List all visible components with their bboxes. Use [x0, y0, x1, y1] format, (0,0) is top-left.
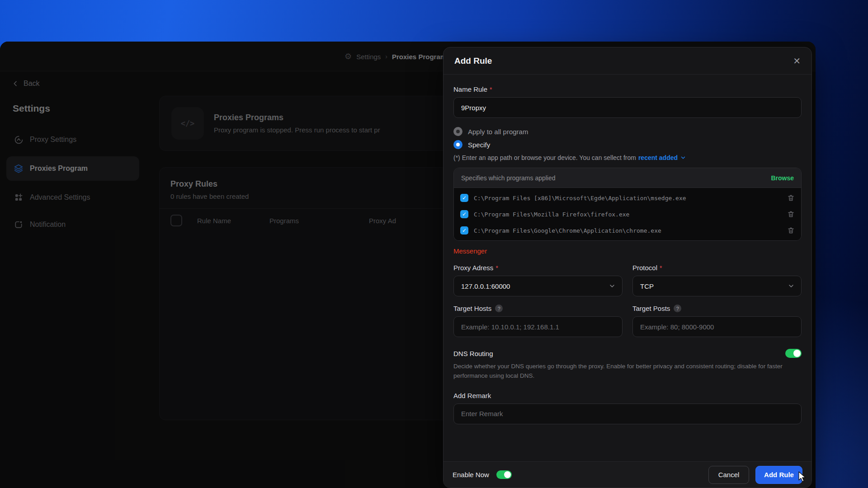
required-asterisk: *	[660, 264, 662, 272]
add-rule-modal: Add Rule ✕ Name Rule * Apply to all prog…	[443, 47, 812, 488]
target-hosts-label: Target Hosts ?	[453, 305, 623, 312]
target-hosts-input[interactable]	[453, 316, 623, 337]
mouse-cursor	[797, 471, 807, 483]
help-icon[interactable]: ?	[674, 305, 681, 312]
trash-icon[interactable]	[787, 194, 795, 202]
add-remark-label: Add Remark	[453, 392, 802, 399]
close-icon[interactable]: ✕	[793, 56, 801, 66]
apply-all-radio[interactable]: Apply to all program	[453, 127, 802, 136]
dns-routing-row: DNS Routing	[453, 349, 802, 358]
trash-icon[interactable]	[787, 226, 795, 235]
proxy-address-field: Proxy Adress * 127.0.0.1:60000	[453, 264, 623, 296]
target-ports-field: Target Posts ?	[632, 305, 802, 337]
radio-on-icon	[453, 140, 462, 149]
programs-box-header: Specifies which programs applied Browse	[454, 168, 801, 188]
target-ports-label: Target Posts ?	[632, 305, 802, 312]
protocol-field: Protocol * TCP	[632, 264, 802, 296]
remark-input[interactable]	[453, 404, 802, 424]
name-rule-label: Name Rule *	[453, 85, 802, 93]
dns-routing-label: DNS Routing	[453, 350, 493, 357]
toggle-knob	[793, 350, 801, 357]
chevron-down-icon	[680, 155, 686, 161]
enable-now-label: Enable Now	[453, 471, 489, 479]
dns-routing-description: Decide whether your DNS queries go throu…	[453, 362, 786, 381]
cancel-button[interactable]: Cancel	[708, 466, 749, 484]
target-ports-input[interactable]	[632, 316, 802, 337]
modal-body: Name Rule * Apply to all program Specify…	[443, 75, 811, 424]
recent-added-link[interactable]: recent added	[638, 154, 678, 161]
program-path: C:\Program Files\Mozilla Firefox\firefox…	[474, 211, 782, 218]
required-asterisk: *	[495, 264, 498, 272]
apply-mode-group: Apply to all program Specify	[453, 127, 802, 149]
program-row: ✓ C:\Program Files [x86]\Microsoft\Egde\…	[454, 190, 801, 206]
chevron-down-icon	[788, 282, 795, 290]
modal-header: Add Rule ✕	[443, 47, 811, 75]
help-icon[interactable]: ?	[495, 305, 503, 312]
enable-now-group: Enable Now	[453, 470, 512, 479]
enable-now-toggle[interactable]	[496, 470, 512, 479]
checked-checkbox[interactable]: ✓	[460, 210, 468, 218]
modal-title: Add Rule	[454, 56, 492, 66]
trash-icon[interactable]	[787, 210, 795, 218]
add-rule-button[interactable]: Add Rule	[755, 466, 802, 484]
program-path: C:\Program Files\Google\Chrome\Applicati…	[474, 227, 782, 234]
chevron-down-icon	[609, 282, 616, 290]
messenger-error-text: Messenger	[453, 247, 802, 255]
proxy-address-select[interactable]: 127.0.0.1:60000	[453, 276, 623, 296]
specify-radio[interactable]: Specify	[453, 140, 802, 149]
toggle-knob	[504, 471, 511, 478]
target-hosts-field: Target Hosts ?	[453, 305, 623, 337]
checked-checkbox[interactable]: ✓	[460, 226, 468, 235]
programs-box: Specifies which programs applied Browse …	[453, 168, 802, 241]
browse-link[interactable]: Browse	[771, 174, 794, 182]
path-hint: (*) Enter an app path or browse your dev…	[453, 154, 802, 161]
name-rule-input[interactable]	[453, 97, 802, 118]
program-path: C:\Program Files [x86]\Microsoft\Egde\Ap…	[474, 195, 782, 202]
checked-checkbox[interactable]: ✓	[460, 194, 468, 202]
proxy-address-label: Proxy Adress *	[453, 264, 623, 272]
dns-routing-toggle[interactable]	[785, 349, 802, 358]
program-row: ✓ C:\Program Files\Mozilla Firefox\firef…	[454, 206, 801, 222]
radio-off-icon	[453, 127, 462, 136]
modal-footer: Enable Now Cancel Add Rule	[443, 461, 811, 488]
protocol-select[interactable]: TCP	[632, 276, 802, 296]
programs-list: ✓ C:\Program Files [x86]\Microsoft\Egde\…	[454, 188, 801, 240]
protocol-label: Protocol *	[632, 264, 802, 272]
required-asterisk: *	[490, 86, 492, 93]
program-row: ✓ C:\Program Files\Google\Chrome\Applica…	[454, 222, 801, 239]
